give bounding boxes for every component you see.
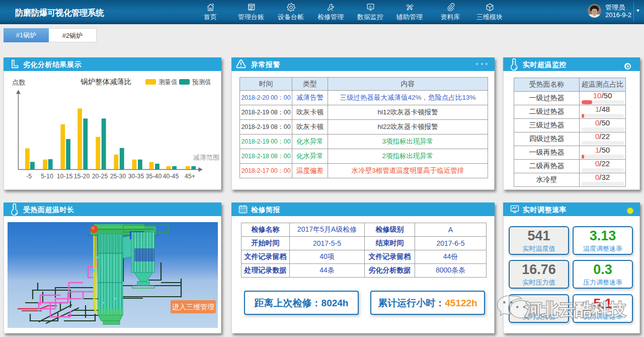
svg-text:35-40: 35-40 [146, 173, 162, 180]
svg-text:10-15: 10-15 [57, 173, 73, 180]
svg-text:20-25: 20-25 [92, 173, 108, 180]
svg-text:45+: 45+ [185, 173, 195, 180]
svg-text:30-35: 30-35 [128, 173, 144, 180]
svg-text:河北云酷科技: 河北云酷科技 [524, 300, 626, 319]
svg-text:40-45: 40-45 [163, 173, 179, 180]
svg-text:5-10: 5-10 [41, 173, 53, 180]
svg-text:预测值: 预测值 [192, 79, 211, 86]
svg-text:锅炉整体减薄比: 锅炉整体减薄比 [80, 78, 132, 86]
svg-text:点数: 点数 [12, 79, 26, 86]
svg-text:-5: -5 [26, 173, 32, 180]
svg-text:减薄范围: 减薄范围 [193, 154, 219, 161]
svg-text:15-20: 15-20 [74, 173, 90, 180]
svg-text:测量值: 测量值 [158, 79, 178, 86]
svg-text:25-30: 25-30 [110, 173, 126, 180]
